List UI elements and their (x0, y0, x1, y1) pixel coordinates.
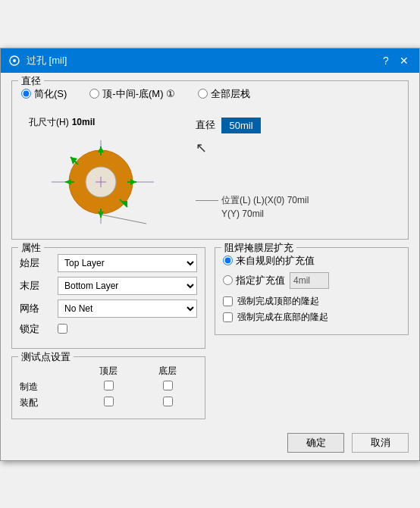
position-x-label: 位置(L) (L)(X(0) 70mil (221, 194, 309, 207)
position-area: 位置(L) (L)(X(0) 70mil Y(Y) 70mil (196, 194, 399, 219)
test-point-label: 测试点设置 (18, 350, 74, 364)
svg-line-20 (101, 215, 146, 224)
svg-marker-15 (130, 179, 136, 185)
mask-section-label: 阻焊掩膜层扩充 (221, 241, 296, 255)
title-bar-left: 过孔 [mil] (8, 54, 67, 67)
assembly-top-checkbox[interactable] (104, 397, 114, 406)
title-bar: 过孔 [mil] ? ✕ (1, 49, 419, 73)
test-table-header: 顶层 底层 (20, 363, 197, 379)
radio-simplified-input[interactable] (21, 89, 31, 99)
dialog: 过孔 [mil] ? ✕ 直径 简化(S) 顶-中间-底(M) ① 全 (0, 48, 420, 461)
right-col: 阻焊掩膜层扩充 来自规则的扩充值 指定扩充值 (215, 247, 409, 419)
via-icon (8, 55, 20, 67)
table-row: 装配 (20, 395, 197, 411)
test-manufacture-bottom (138, 379, 197, 395)
position-y-row: Y(Y) 70mil (196, 209, 399, 219)
properties-label: 属性 (18, 241, 44, 255)
assembly-bottom-checkbox[interactable] (163, 397, 173, 406)
mask-radio-specify-label: 指定扩充值 (236, 274, 285, 287)
test-assembly-label: 装配 (20, 395, 79, 411)
test-point-section: 测试点设置 顶层 底层 制造 (11, 356, 205, 419)
radio-all-layers-label: 全部层栈 (211, 87, 250, 101)
mask-value-input[interactable] (290, 272, 329, 289)
via-preview-area: 孔尺寸(H) 10mil (21, 105, 399, 231)
svg-marker-9 (98, 146, 104, 152)
mask-checkbox-row-2: 强制完成在底部的隆起 (223, 311, 400, 324)
end-layer-select[interactable]: Top Layer Bottom Layer (58, 277, 197, 295)
force-top-label: 强制完成顶部的隆起 (237, 295, 319, 308)
cancel-button[interactable]: 取消 (352, 433, 409, 453)
network-select[interactable]: No Net (58, 299, 197, 318)
radio-top-mid-bot[interactable]: 顶-中间-底(M) ① (89, 87, 175, 101)
lock-checkbox[interactable] (58, 324, 67, 334)
cursor-indicator: ↖ (196, 140, 399, 156)
radio-all-layers[interactable]: 全部层栈 (198, 87, 250, 101)
dialog-title: 过孔 [mil] (27, 54, 67, 67)
mask-radio-specify[interactable]: 指定扩充值 (223, 274, 285, 287)
mask-radio-from-rule-label: 来自规则的扩充值 (236, 254, 315, 268)
radio-simplified-label: 简化(S) (34, 87, 67, 101)
svg-point-1 (13, 59, 16, 62)
test-col-empty (20, 363, 79, 379)
svg-marker-13 (65, 179, 71, 185)
help-button[interactable]: ? (378, 53, 393, 68)
diameter-value: 50mil (221, 118, 261, 133)
radio-simplified[interactable]: 简化(S) (21, 87, 67, 101)
title-bar-right: ? ✕ (378, 53, 412, 68)
mask-radio-from-rule[interactable]: 来自规则的扩充值 (223, 254, 315, 268)
mask-radio-row-1: 来自规则的扩充值 (223, 254, 400, 268)
position-y-label: Y(Y) 70mil (221, 209, 264, 219)
mask-radio-from-rule-input[interactable] (223, 256, 233, 265)
diameter-label: 直径 (196, 118, 215, 132)
test-point-table: 顶层 底层 制造 装配 (20, 363, 197, 411)
mask-radio-specify-input[interactable] (223, 275, 233, 285)
start-layer-row: 始层 Top Layer Bottom Layer (20, 254, 197, 272)
test-assembly-bottom (138, 395, 197, 411)
mask-checkbox-row-1: 强制完成顶部的隆起 (223, 295, 400, 308)
start-layer-label: 始层 (20, 256, 58, 270)
via-svg-diagram (29, 125, 180, 239)
force-top-checkbox[interactable] (223, 296, 233, 306)
position-x-row: 位置(L) (L)(X(0) 70mil (196, 194, 399, 207)
force-bottom-checkbox[interactable] (223, 312, 233, 322)
radio-top-mid-bot-label: 顶-中间-底(M) ① (102, 87, 175, 101)
diameter-radio-row: 简化(S) 顶-中间-底(M) ① 全部层栈 (21, 87, 399, 101)
lock-row: 锁定 (20, 322, 197, 336)
footer: 确定 取消 (1, 427, 419, 460)
force-bottom-label: 强制完成在底部的隆起 (237, 311, 328, 324)
test-manufacture-label: 制造 (20, 379, 79, 395)
test-manufacture-top (79, 379, 138, 395)
test-assembly-top (79, 395, 138, 411)
dialog-content: 直径 简化(S) 顶-中间-底(M) ① 全部层栈 (1, 73, 419, 427)
via-right: 直径 50mil ↖ 位置(L) (L)(X(0) 70mil Y(Y) 70m… (188, 110, 399, 221)
test-col-bottom: 底层 (138, 363, 197, 379)
manufacture-bottom-checkbox[interactable] (163, 381, 173, 390)
properties-section: 属性 始层 Top Layer Bottom Layer 末层 Top Laye… (11, 247, 205, 349)
close-button[interactable]: ✕ (396, 53, 412, 68)
lock-label: 锁定 (20, 322, 58, 336)
radio-all-layers-input[interactable] (198, 89, 208, 99)
mask-expansion-section: 阻焊掩膜层扩充 来自规则的扩充值 指定扩充值 (215, 247, 409, 335)
network-row: 网络 No Net (20, 299, 197, 318)
end-layer-label: 末层 (20, 279, 58, 293)
end-layer-row: 末层 Top Layer Bottom Layer (20, 277, 197, 295)
via-diagram-area: 孔尺寸(H) 10mil (21, 110, 188, 231)
pos-line (196, 200, 218, 201)
diameter-value-row: 直径 50mil (196, 118, 399, 133)
bottom-section: 属性 始层 Top Layer Bottom Layer 末层 Top Laye… (11, 247, 409, 419)
left-col: 属性 始层 Top Layer Bottom Layer 末层 Top Laye… (11, 247, 205, 419)
table-row: 制造 (20, 379, 197, 395)
manufacture-top-checkbox[interactable] (104, 381, 114, 390)
network-label: 网络 (20, 302, 58, 315)
diameter-section-label: 直径 (18, 74, 44, 88)
confirm-button[interactable]: 确定 (287, 433, 344, 453)
mask-radio-row-2: 指定扩充值 (223, 272, 400, 289)
diameter-section: 直径 简化(S) 顶-中间-底(M) ① 全部层栈 (11, 80, 409, 240)
test-col-top: 顶层 (79, 363, 138, 379)
start-layer-select[interactable]: Top Layer Bottom Layer (58, 254, 197, 272)
radio-top-mid-bot-input[interactable] (89, 89, 99, 99)
